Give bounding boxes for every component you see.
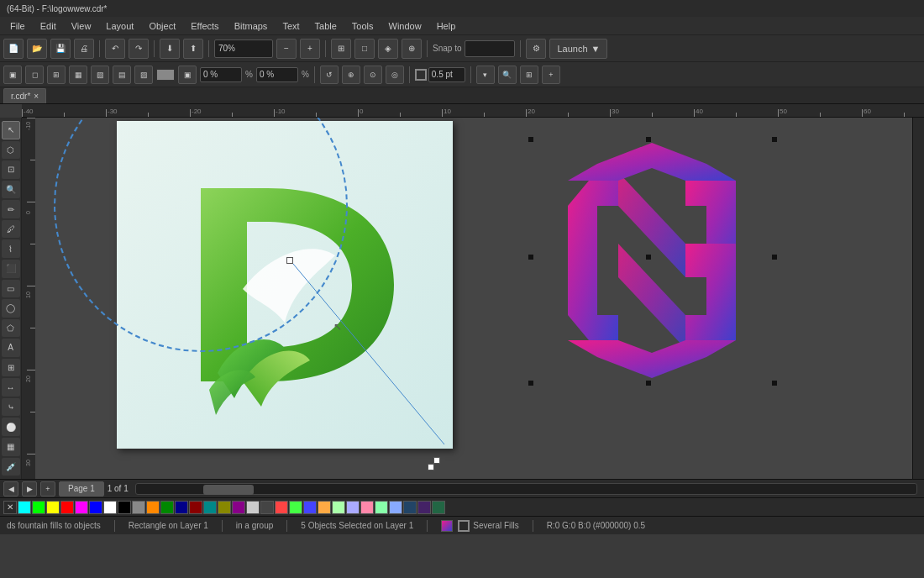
polygon-tool[interactable]: ⬠ — [2, 319, 20, 338]
tb2-btn12[interactable]: ◎ — [386, 66, 404, 84]
snap-input[interactable] — [465, 40, 515, 57]
palette-swatch-16[interactable] — [246, 501, 260, 514]
palette-swatch-23[interactable] — [346, 501, 360, 514]
calligraphy-tool[interactable]: ⌇ — [2, 239, 20, 258]
select-tool[interactable]: ↖ — [2, 121, 20, 139]
n-sel-handle-ml[interactable] — [528, 255, 533, 260]
palette-swatch-9[interactable] — [146, 501, 160, 514]
new-btn[interactable]: 📄 — [3, 39, 24, 59]
zoom-input[interactable] — [214, 39, 273, 58]
snap-btn[interactable]: ⊕ — [402, 39, 422, 59]
palette-swatch-21[interactable] — [318, 501, 331, 514]
export-btn[interactable]: ⬆ — [183, 39, 203, 59]
scroll-thumb[interactable] — [203, 485, 254, 495]
palette-swatch-5[interactable] — [89, 501, 102, 514]
palette-swatch-20[interactable] — [303, 501, 317, 514]
connector-tool[interactable]: ⤷ — [2, 398, 20, 417]
palette-swatch-15[interactable] — [232, 501, 245, 514]
palette-swatch-28[interactable] — [417, 501, 431, 514]
eyedropper-tool[interactable]: 💉 — [2, 458, 20, 476]
palette-swatch-1[interactable] — [32, 501, 45, 514]
crop-tool[interactable]: ⊡ — [2, 160, 20, 179]
tb2-btn4[interactable]: ▦ — [69, 66, 87, 84]
palette-swatch-11[interactable] — [175, 501, 188, 514]
tb2-btn13[interactable]: ▾ — [476, 66, 495, 84]
horizontal-scrollbar[interactable] — [135, 483, 917, 495]
dimension-tool[interactable]: ↔ — [2, 378, 20, 397]
freehand-tool[interactable]: ✏ — [2, 200, 20, 218]
page-btn[interactable]: □ — [354, 39, 375, 59]
smart-fill-tool[interactable]: ⬛ — [2, 260, 20, 278]
sel-handle-2[interactable] — [433, 457, 440, 464]
palette-swatch-27[interactable] — [403, 501, 417, 514]
tb2-btn1[interactable]: ▣ — [3, 66, 22, 84]
import-btn[interactable]: ⬇ — [160, 39, 180, 59]
tb2-btn8[interactable]: ▣ — [178, 66, 197, 84]
tb2-btn11[interactable]: ⊙ — [364, 66, 382, 84]
open-btn[interactable]: 📂 — [27, 39, 47, 59]
tb2-btn2[interactable]: ◻ — [25, 66, 44, 84]
blend-tool[interactable]: ⚪ — [2, 418, 20, 436]
menu-layout[interactable]: Layout — [99, 19, 140, 33]
y-input[interactable] — [256, 67, 298, 82]
sel-handle-1[interactable] — [286, 257, 293, 264]
n-sel-handle-tr[interactable] — [772, 137, 777, 142]
color-btn[interactable]: ◈ — [378, 39, 398, 59]
menu-window[interactable]: Window — [382, 19, 428, 33]
palette-swatch-26[interactable] — [389, 501, 402, 514]
tb2-btn15[interactable]: + — [542, 66, 560, 84]
palette-swatch-2[interactable] — [46, 501, 60, 514]
menu-file[interactable]: File — [3, 19, 32, 33]
palette-swatch-4[interactable] — [75, 501, 88, 514]
palette-swatch-24[interactable] — [360, 501, 374, 514]
palette-swatch-3[interactable] — [60, 501, 74, 514]
palette-swatch-0[interactable] — [18, 501, 31, 514]
page-add-btn[interactable]: + — [40, 481, 55, 497]
palette-swatch-8[interactable] — [132, 501, 145, 514]
zoom-in-btn[interactable]: + — [300, 39, 320, 59]
tb2-btn9[interactable]: ↺ — [320, 66, 339, 84]
page-prev-btn[interactable]: ◀ — [3, 481, 18, 497]
shape-tool[interactable]: ⬡ — [2, 141, 20, 160]
menu-help[interactable]: Help — [430, 19, 463, 33]
tb2-btn5[interactable]: ▧ — [91, 66, 109, 84]
menu-object[interactable]: Object — [142, 19, 182, 33]
page-next-btn[interactable]: ▶ — [22, 481, 37, 497]
palette-swatch-10[interactable] — [160, 501, 174, 514]
no-fill-swatch[interactable]: ✕ — [3, 501, 17, 514]
menu-table[interactable]: Table — [308, 19, 344, 33]
n-sel-handle-mr[interactable] — [772, 255, 777, 260]
undo-btn[interactable]: ↶ — [105, 39, 125, 59]
palette-swatch-25[interactable] — [375, 501, 388, 514]
pen-tool[interactable]: 🖊 — [2, 220, 20, 239]
n-sel-handle-mc[interactable] — [646, 255, 651, 260]
launch-btn[interactable]: Launch ▼ — [549, 39, 607, 59]
menu-tools[interactable]: Tools — [345, 19, 381, 33]
palette-swatch-7[interactable] — [118, 501, 131, 514]
menu-edit[interactable]: Edit — [34, 19, 63, 33]
menu-text[interactable]: Text — [276, 19, 306, 33]
zoom-tool[interactable]: 🔍 — [2, 181, 20, 199]
tb2-btn7[interactable]: ▨ — [134, 66, 153, 84]
menu-bitmaps[interactable]: Bitmaps — [228, 19, 275, 33]
menu-effects[interactable]: Effects — [184, 19, 225, 33]
n-sel-handle-br[interactable] — [772, 381, 777, 386]
n-sel-handle-bm[interactable] — [646, 381, 651, 386]
palette-swatch-6[interactable] — [103, 501, 117, 514]
tb2-btn14[interactable]: ⊞ — [520, 66, 538, 84]
palette-swatch-19[interactable] — [289, 501, 302, 514]
outline-input[interactable] — [428, 67, 465, 82]
tb2-search[interactable]: 🔍 — [498, 66, 517, 84]
view-btn[interactable]: ⊞ — [331, 39, 351, 59]
palette-swatch-29[interactable] — [432, 501, 445, 514]
tab-close-icon[interactable]: × — [34, 92, 39, 101]
ellipse-tool[interactable]: ◯ — [2, 299, 20, 318]
redo-btn[interactable]: ↷ — [129, 39, 149, 59]
table-tool[interactable]: ⊞ — [2, 359, 20, 377]
page-tab-1[interactable]: Page 1 — [59, 481, 104, 497]
palette-swatch-14[interactable] — [218, 501, 231, 514]
palette-swatch-13[interactable] — [203, 501, 217, 514]
zoom-out-btn[interactable]: − — [276, 39, 297, 59]
right-scrollbar[interactable] — [912, 118, 924, 479]
sel-handle-3[interactable] — [428, 464, 434, 470]
